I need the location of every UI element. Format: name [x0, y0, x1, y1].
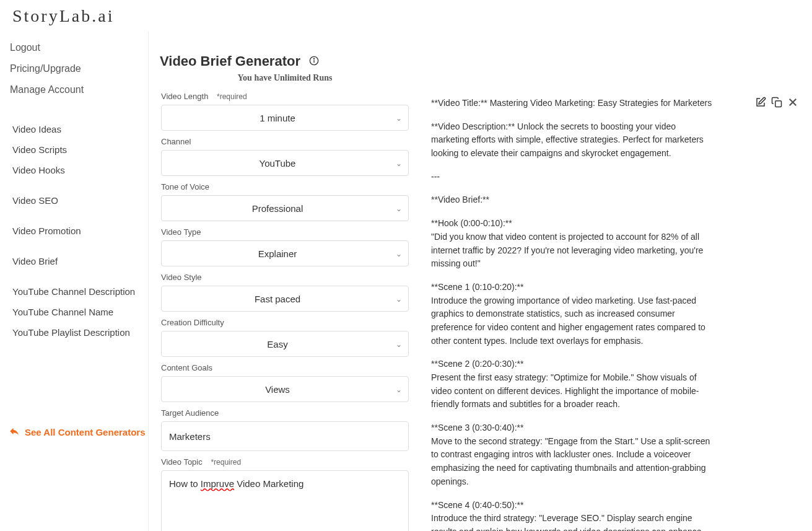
chevron-down-icon: ⌄: [396, 159, 402, 168]
app-logo: StoryLab.ai: [0, 0, 812, 31]
output-hook-label: **Hook (0:00-0:10):**: [431, 218, 512, 228]
sidebar-item-video-brief[interactable]: Video Brief: [11, 251, 148, 271]
output-title: Mastering Video Marketing: Easy Strategi…: [490, 98, 712, 108]
chevron-down-icon: ⌄: [396, 340, 402, 349]
copy-icon[interactable]: [771, 97, 782, 112]
topic-label: Video Topic: [161, 457, 203, 467]
video-style-label: Video Style: [161, 273, 409, 282]
audience-label: Target Audience: [161, 408, 409, 418]
form-column: Video Brief Generator You have Unlimited…: [161, 35, 409, 531]
chevron-down-icon: ⌄: [396, 295, 402, 304]
sidebar-item-video-seo[interactable]: Video SEO: [11, 190, 148, 211]
channel-select[interactable]: YouTube ⌄: [161, 150, 409, 176]
output-scene1-text: Introduce the growing importance of vide…: [431, 296, 705, 346]
output-title-label: **Video Title:**: [431, 98, 490, 108]
output-hook-text: "Did you know that video content is proj…: [431, 232, 703, 268]
output-scene2-label: **Scene 2 (0:20-0:30):**: [431, 359, 523, 369]
pricing-link[interactable]: Pricing/Upgrade: [7, 58, 148, 79]
output-scene4-label: **Scene 4 (0:40-0:50):**: [431, 500, 523, 510]
output-brief-label: **Video Brief:**: [431, 193, 716, 207]
difficulty-select[interactable]: Easy ⌄: [161, 331, 409, 357]
sidebar-item-video-scripts[interactable]: Video Scripts: [11, 139, 148, 160]
channel-label: Channel: [161, 137, 409, 146]
required-marker: *required: [217, 92, 247, 101]
audience-input[interactable]: Marketers: [161, 421, 409, 451]
sidebar-item-yt-playlist-description[interactable]: YouTube Playlist Description: [11, 322, 148, 343]
reply-arrow-icon: [9, 426, 20, 439]
close-icon[interactable]: [787, 97, 798, 112]
video-type-label: Video Type: [161, 227, 409, 237]
spellcheck-marker: Impruve: [201, 478, 234, 489]
video-type-select[interactable]: Explainer ⌄: [161, 240, 409, 266]
sidebar-item-video-promotion[interactable]: Video Promotion: [11, 221, 148, 241]
sidebar-item-video-ideas[interactable]: Video Ideas: [11, 119, 148, 139]
svg-rect-3: [775, 101, 782, 107]
sidebar-item-video-hooks[interactable]: Video Hooks: [11, 160, 148, 180]
output-scene1-label: **Scene 1 (0:10-0:20):**: [431, 282, 523, 292]
output-desc-label: **Video Description:**: [431, 121, 517, 131]
svg-point-2: [313, 58, 314, 59]
difficulty-label: Creation Difficulty: [161, 318, 409, 327]
page-title: Video Brief Generator: [160, 53, 300, 69]
logout-link[interactable]: Logout: [7, 37, 148, 58]
chevron-down-icon: ⌄: [396, 385, 402, 394]
output-column: **Video Title:** Mastering Video Marketi…: [431, 35, 800, 531]
tone-label: Tone of Voice: [161, 182, 409, 191]
topic-textarea[interactable]: How to Impruve Video Marketing: [161, 470, 409, 531]
sidebar-item-yt-channel-name[interactable]: YouTube Channel Name: [11, 302, 148, 322]
chevron-down-icon: ⌄: [396, 250, 402, 258]
required-marker: *required: [211, 458, 241, 467]
see-all-label: See All Content Generators: [25, 427, 146, 437]
chevron-down-icon: ⌄: [396, 114, 402, 123]
video-length-select[interactable]: 1 minute ⌄: [161, 105, 409, 131]
see-all-generators-link[interactable]: See All Content Generators: [0, 417, 148, 439]
output-scene3-label: **Scene 3 (0:30-0:40):**: [431, 423, 523, 432]
output-divider: ---: [431, 170, 716, 184]
output-scene4-text: Introduce the third strategy: "Leverage …: [431, 513, 703, 531]
info-icon[interactable]: [309, 56, 319, 68]
video-length-label: Video Length: [161, 92, 208, 101]
goals-select[interactable]: Views ⌄: [161, 376, 409, 402]
goals-label: Content Goals: [161, 363, 409, 372]
chevron-down-icon: ⌄: [396, 204, 402, 213]
sidebar: Logout Pricing/Upgrade Manage Account Vi…: [0, 31, 149, 531]
sidebar-item-yt-channel-description[interactable]: YouTube Channel Description: [11, 281, 148, 302]
output-scene2-text: Present the first easy strategy: "Optimi…: [431, 372, 699, 409]
tone-select[interactable]: Professional ⌄: [161, 195, 409, 221]
edit-icon[interactable]: [755, 97, 766, 112]
manage-account-link[interactable]: Manage Account: [7, 79, 148, 100]
output-scene3-text: Move to the second strategy: "Engage fro…: [431, 436, 710, 486]
video-style-select[interactable]: Fast paced ⌄: [161, 286, 409, 312]
runs-remaining: You have Unlimited Runs: [161, 73, 409, 83]
